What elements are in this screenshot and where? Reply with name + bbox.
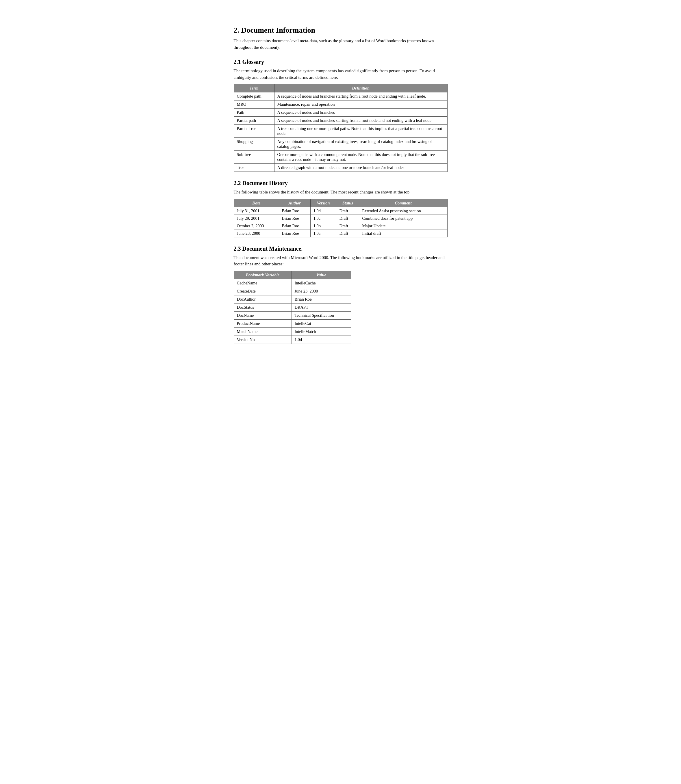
glossary-row: Partial TreeA tree containing one or mor… xyxy=(234,125,447,138)
glossary-row: MROMaintenance, repair and operation xyxy=(234,101,447,109)
bookmark-row: DocStatusDRAFT xyxy=(234,303,351,311)
history-row: October 2, 2000Brian Roe1.0bDraftMajor U… xyxy=(234,222,447,229)
history-cell: Draft xyxy=(336,229,359,237)
history-cell: July 31, 2001 xyxy=(234,207,279,215)
history-col-status: Status xyxy=(336,199,359,207)
bookmark-table: Bookmark Variable Value CacheNameIntelle… xyxy=(234,271,352,344)
bookmark-col-variable: Bookmark Variable xyxy=(234,271,291,279)
glossary-definition: A tree containing one or more partial pa… xyxy=(274,125,447,138)
history-cell: Brian Roe xyxy=(279,222,310,229)
bookmark-row: CacheNameIntelleCache xyxy=(234,279,351,287)
bookmark-row: DocAuthorBrian Roe xyxy=(234,295,351,303)
history-cell: Extended Assist processing section xyxy=(359,207,447,215)
bookmark-col-value: Value xyxy=(291,271,351,279)
history-cell: Brian Roe xyxy=(279,215,310,222)
history-cell: Draft xyxy=(336,222,359,229)
history-table-header: Date Author Version Status Comment xyxy=(234,199,447,207)
glossary-term: Partial Tree xyxy=(234,125,274,138)
glossary-table: Term Definition Complete pathA sequence … xyxy=(234,84,448,172)
bookmark-row: CreateDateJune 23, 2000 xyxy=(234,287,351,295)
section21-heading: 2.1 Glossary xyxy=(234,58,448,65)
bookmark-cell: 1.0d xyxy=(291,335,351,344)
glossary-definition: One or more paths with a common parent n… xyxy=(274,151,447,164)
glossary-term: Path xyxy=(234,109,274,117)
bookmark-cell: IntelleCat xyxy=(291,319,351,327)
history-col-comment: Comment xyxy=(359,199,447,207)
history-cell: 1.0d xyxy=(310,207,336,215)
history-cell: Draft xyxy=(336,207,359,215)
section2-intro: This chapter contains document-level met… xyxy=(234,38,448,51)
bookmark-cell: MatchName xyxy=(234,327,291,335)
bookmark-cell: CacheName xyxy=(234,279,291,287)
glossary-definition: Maintenance, repair and operation xyxy=(274,101,447,109)
section23-heading: 2.3 Document Maintenance. xyxy=(234,245,448,252)
glossary-term: Partial path xyxy=(234,117,274,125)
bookmark-row: ProductNameIntelleCat xyxy=(234,319,351,327)
history-col-author: Author xyxy=(279,199,310,207)
glossary-table-header: Term Definition xyxy=(234,84,447,92)
history-row: June 23, 2000Brian Roe1.0aDraftInitial d… xyxy=(234,229,447,237)
glossary-term: Shopping xyxy=(234,138,274,151)
history-cell: Brian Roe xyxy=(279,229,310,237)
glossary-definition: A sequence of nodes and branches startin… xyxy=(274,92,447,101)
bookmark-cell: DocStatus xyxy=(234,303,291,311)
section2-heading: 2. Document Information xyxy=(234,26,448,35)
bookmark-cell: VersionNo xyxy=(234,335,291,344)
glossary-term: Tree xyxy=(234,164,274,172)
glossary-definition: A directed graph with a root node and on… xyxy=(274,164,447,172)
bookmark-cell: IntelleCache xyxy=(291,279,351,287)
glossary-term: Complete path xyxy=(234,92,274,101)
section22-intro: The following table shows the history of… xyxy=(234,189,448,196)
glossary-term: MRO xyxy=(234,101,274,109)
glossary-row: ShoppingAny combination of navigation of… xyxy=(234,138,447,151)
history-cell: Draft xyxy=(336,215,359,222)
section23-intro: This document was created with Microsoft… xyxy=(234,254,448,267)
bookmark-cell: DocAuthor xyxy=(234,295,291,303)
glossary-definition: A sequence of nodes and branches startin… xyxy=(274,117,447,125)
bookmark-cell: DRAFT xyxy=(291,303,351,311)
bookmark-cell: Technical Specification xyxy=(291,311,351,319)
glossary-row: TreeA directed graph with a root node an… xyxy=(234,164,447,172)
history-row: July 29, 2001Brian Roe1.0cDraftCombined … xyxy=(234,215,447,222)
glossary-definition: A sequence of nodes and branches xyxy=(274,109,447,117)
history-cell: 1.0b xyxy=(310,222,336,229)
bookmark-row: VersionNo1.0d xyxy=(234,335,351,344)
history-cell: Brian Roe xyxy=(279,207,310,215)
glossary-row: Partial pathA sequence of nodes and bran… xyxy=(234,117,447,125)
bookmark-row: MatchNameIntelleMatch xyxy=(234,327,351,335)
history-cell: July 29, 2001 xyxy=(234,215,279,222)
history-cell: October 2, 2000 xyxy=(234,222,279,229)
bookmark-cell: IntelleMatch xyxy=(291,327,351,335)
history-cell: June 23, 2000 xyxy=(234,229,279,237)
bookmark-row: DocNameTechnical Specification xyxy=(234,311,351,319)
bookmark-cell: ProductName xyxy=(234,319,291,327)
glossary-term: Sub-tree xyxy=(234,151,274,164)
section22-heading: 2.2 Document History xyxy=(234,180,448,187)
bookmark-cell: DocName xyxy=(234,311,291,319)
history-col-date: Date xyxy=(234,199,279,207)
history-cell: 1.0a xyxy=(310,229,336,237)
glossary-row: Complete pathA sequence of nodes and bra… xyxy=(234,92,447,101)
glossary-table-body: Complete pathA sequence of nodes and bra… xyxy=(234,92,447,172)
history-row: July 31, 2001Brian Roe1.0dDraftExtended … xyxy=(234,207,447,215)
glossary-definition: Any combination of navigation of existin… xyxy=(274,138,447,151)
bookmark-cell: Brian Roe xyxy=(291,295,351,303)
glossary-col-term: Term xyxy=(234,84,274,92)
bookmark-cell: June 23, 2000 xyxy=(291,287,351,295)
history-table: Date Author Version Status Comment July … xyxy=(234,199,448,237)
history-cell: Major Update xyxy=(359,222,447,229)
bookmark-table-body: CacheNameIntelleCacheCreateDateJune 23, … xyxy=(234,279,351,344)
history-cell: Combined docs for patent app xyxy=(359,215,447,222)
glossary-col-definition: Definition xyxy=(274,84,447,92)
history-cell: Initial draft xyxy=(359,229,447,237)
history-table-body: July 31, 2001Brian Roe1.0dDraftExtended … xyxy=(234,207,447,237)
bookmark-table-header: Bookmark Variable Value xyxy=(234,271,351,279)
glossary-row: Sub-treeOne or more paths with a common … xyxy=(234,151,447,164)
bookmark-cell: CreateDate xyxy=(234,287,291,295)
glossary-row: PathA sequence of nodes and branches xyxy=(234,109,447,117)
history-col-version: Version xyxy=(310,199,336,207)
section21-intro: The terminology used in describing the s… xyxy=(234,68,448,81)
history-cell: 1.0c xyxy=(310,215,336,222)
